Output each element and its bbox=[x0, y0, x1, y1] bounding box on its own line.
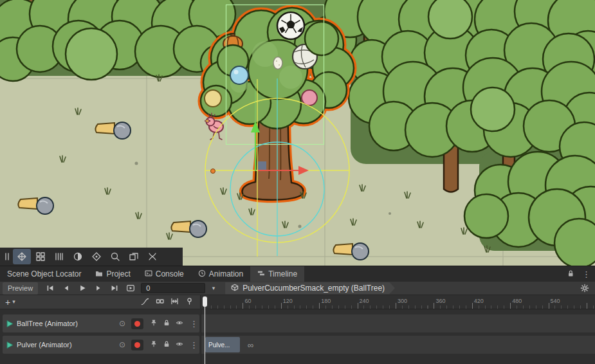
lock-icon[interactable] bbox=[567, 268, 574, 280]
tab-console[interactable]: Console bbox=[138, 266, 191, 282]
search-tool-button[interactable] bbox=[106, 249, 124, 264]
tab-label: Scene Object Locator bbox=[7, 269, 81, 278]
time-ruler[interactable]: 60120180240300360420480540 bbox=[201, 295, 595, 309]
current-frame-input[interactable]: 0 bbox=[141, 283, 205, 293]
breadcrumb-label: PulverCucumberSmack_empty (BallTree) bbox=[243, 284, 385, 293]
timeline-settings-gear-icon[interactable] bbox=[580, 282, 589, 295]
play-button[interactable] bbox=[74, 282, 90, 295]
unity-window: Scene Object Locator Project Console Ani… bbox=[0, 0, 595, 364]
record-button[interactable] bbox=[131, 318, 143, 329]
track-menu-icon[interactable]: ⋮ bbox=[190, 341, 196, 349]
track-content[interactable]: Pulve... ∞ bbox=[201, 309, 595, 364]
track-lane-balltree[interactable] bbox=[201, 314, 595, 332]
tab-label: Animation bbox=[209, 269, 243, 278]
folder-icon bbox=[95, 269, 103, 279]
track-lane-pulver[interactable]: Pulve... ∞ bbox=[201, 336, 595, 354]
goto-start-button[interactable] bbox=[42, 282, 58, 295]
add-track-button[interactable]: + ▾ bbox=[5, 298, 15, 307]
tab-label: Console bbox=[156, 269, 184, 278]
track-headers: BallTree (Animator) ⊙ ⋮ Pulver (Animator… bbox=[0, 309, 201, 364]
playhead-handle[interactable] bbox=[203, 296, 207, 307]
track-mute-eye-icon[interactable] bbox=[176, 339, 183, 350]
tab-label: Project bbox=[106, 269, 130, 278]
track-toolbar: + ▾ bbox=[0, 295, 201, 309]
tab-project[interactable]: Project bbox=[88, 266, 137, 282]
previous-frame-button[interactable] bbox=[58, 282, 74, 295]
window-menu-icon[interactable]: ⋮ bbox=[582, 270, 589, 278]
track-header-pulver[interactable]: Pulver (Animator) ⊙ ⋮ bbox=[3, 336, 199, 354]
animator-track-icon bbox=[6, 320, 14, 327]
track-menu-icon[interactable]: ⋮ bbox=[190, 320, 196, 328]
gizmo-handle-dot[interactable] bbox=[211, 169, 215, 174]
play-range-button[interactable] bbox=[122, 282, 138, 295]
clock-icon bbox=[198, 269, 206, 279]
ruler-label: 120 bbox=[283, 298, 293, 304]
infinite-clip-indicator: ∞ bbox=[248, 340, 253, 350]
animation-clip[interactable]: Pulve... bbox=[205, 337, 240, 352]
record-button[interactable] bbox=[131, 340, 143, 350]
tab-scene-object-locator[interactable]: Scene Object Locator bbox=[0, 266, 88, 282]
track-name: BallTree (Animator) bbox=[17, 320, 116, 327]
layers-tool-button[interactable] bbox=[125, 249, 143, 264]
tab-timeline[interactable]: Timeline bbox=[250, 266, 304, 282]
cube-icon bbox=[231, 284, 239, 293]
tab-bar: Scene Object Locator Project Console Ani… bbox=[0, 266, 595, 282]
tab-window-controls: ⋮ bbox=[567, 266, 595, 282]
xy-plane-handle[interactable] bbox=[258, 161, 266, 170]
egg bbox=[273, 57, 282, 69]
goto-end-button[interactable] bbox=[106, 282, 122, 295]
move-tool-button[interactable] bbox=[13, 249, 31, 264]
console-icon bbox=[145, 269, 152, 279]
soccer-ball bbox=[277, 12, 304, 39]
frame-options-dropdown[interactable]: ▾ bbox=[208, 285, 219, 291]
timeline-icon bbox=[257, 269, 265, 279]
tab-label: Timeline bbox=[268, 269, 297, 278]
ruler-label: 180 bbox=[321, 298, 331, 304]
playhead-line[interactable] bbox=[205, 307, 205, 364]
ruler-label: 420 bbox=[474, 298, 484, 304]
track-pin-icon[interactable] bbox=[150, 318, 158, 329]
probe-tool-button[interactable] bbox=[87, 249, 105, 264]
tilemap-tool-button[interactable] bbox=[32, 249, 50, 264]
ruler-label: 60 bbox=[244, 298, 251, 304]
ruler-label: 300 bbox=[398, 298, 407, 304]
track-name: Pulver (Animator) bbox=[17, 341, 116, 349]
next-frame-button[interactable] bbox=[90, 282, 106, 295]
blue-ball bbox=[230, 66, 248, 84]
timeline-transport-bar: Preview 0 ▾ PulverCucumber bbox=[0, 282, 595, 295]
ruler-label: 240 bbox=[360, 298, 369, 304]
scene-tools-overlay bbox=[0, 248, 183, 266]
sphere-tool-button[interactable] bbox=[69, 249, 87, 264]
timeline-panel: Preview 0 ▾ PulverCucumber bbox=[0, 282, 595, 364]
yellow-ball bbox=[205, 90, 221, 107]
track-mute-eye-icon[interactable] bbox=[176, 318, 183, 329]
ruler-label: 480 bbox=[512, 298, 522, 304]
joint-tool-button[interactable] bbox=[143, 249, 161, 264]
object-picker-icon[interactable]: ⊙ bbox=[119, 320, 125, 327]
preview-toggle-button[interactable]: Preview bbox=[3, 282, 38, 295]
track-header-balltree[interactable]: BallTree (Animator) ⊙ ⋮ bbox=[3, 314, 199, 332]
track-lock-icon[interactable] bbox=[163, 339, 170, 350]
track-area: BallTree (Animator) ⊙ ⋮ Pulver (Animator… bbox=[0, 309, 595, 364]
timeline-breadcrumb[interactable]: PulverCucumberSmack_empty (BallTree) bbox=[225, 282, 395, 295]
object-picker-icon[interactable]: ⊙ bbox=[119, 341, 125, 349]
hatch-tool-button[interactable] bbox=[50, 249, 68, 264]
marker-pin-icon[interactable] bbox=[185, 296, 194, 308]
tab-animation[interactable]: Animation bbox=[191, 266, 250, 282]
track-pin-icon[interactable] bbox=[150, 339, 158, 350]
frame-all-icon[interactable] bbox=[170, 296, 179, 308]
track-toolbar-icons bbox=[141, 296, 194, 308]
scene-view[interactable] bbox=[0, 0, 595, 266]
scene-canvas[interactable] bbox=[0, 0, 595, 266]
ruler-label: 540 bbox=[551, 298, 560, 304]
ruler-label: 360 bbox=[435, 298, 445, 304]
toolbar-drag-handle[interactable] bbox=[2, 249, 12, 264]
curves-view-icon[interactable] bbox=[141, 296, 149, 308]
animator-track-icon bbox=[6, 341, 14, 349]
track-lock-icon[interactable] bbox=[163, 318, 170, 329]
clip-edit-mode-icon[interactable] bbox=[156, 296, 164, 308]
